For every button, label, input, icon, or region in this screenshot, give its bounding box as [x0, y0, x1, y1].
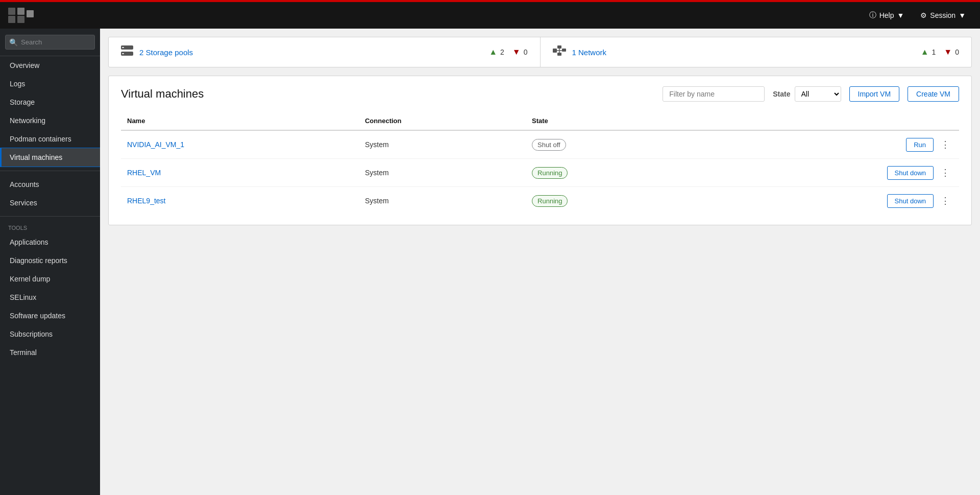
vm-action-button-0[interactable]: Run [906, 138, 934, 152]
sidebar-search-area: 🔍 [0, 29, 100, 56]
sidebar-item-virtual-machines[interactable]: Virtual machines [0, 148, 100, 167]
vm-connection-2: System [359, 187, 526, 215]
network-up-arrow-icon: ▲ [921, 48, 929, 57]
sidebar-item-logs[interactable]: Logs [0, 75, 100, 93]
col-name: Name [121, 112, 359, 130]
vm-state-badge-2: Running [532, 195, 568, 207]
sidebar-divider-2 [0, 216, 100, 217]
storage-pools-up-stat: ▲ 2 [489, 48, 504, 57]
svg-rect-8 [122, 53, 124, 54]
sidebar-tools-heading: Tools [0, 221, 100, 233]
sidebar-item-services-label: Services [10, 199, 37, 207]
vm-name-link-0[interactable]: NVIDIA_AI_VM_1 [127, 140, 184, 149]
help-label: Help [879, 11, 894, 19]
col-actions [691, 112, 959, 130]
sidebar-item-overview-label: Overview [10, 61, 39, 69]
vm-filter-input[interactable] [663, 86, 765, 102]
col-connection: Connection [359, 112, 526, 130]
network-down-stat: ▼ 0 [944, 48, 959, 57]
network-card[interactable]: 1 Network ▲ 1 ▼ 0 [541, 37, 972, 67]
sidebar-item-applications[interactable]: Applications [0, 233, 100, 251]
sidebar-divider-1 [0, 171, 100, 171]
vm-state-filter: State All Running Shut off [773, 86, 841, 102]
sidebar-item-selinux-label: SELinux [10, 293, 36, 301]
down-arrow-icon: ▼ [512, 48, 521, 57]
svg-rect-12 [557, 53, 561, 56]
sidebar-item-storage-label: Storage [10, 98, 35, 106]
storage-pools-down-count: 0 [524, 48, 528, 56]
storage-pools-stats: ▲ 2 ▼ 0 [489, 48, 527, 57]
vm-actions-0: Run ⋮ [691, 130, 959, 159]
logo-squares [8, 8, 34, 23]
sidebar-item-podman-containers[interactable]: Podman containers [0, 130, 100, 148]
sidebar-item-kernel-label: Kernel dump [10, 275, 50, 283]
vm-state-select[interactable]: All Running Shut off [795, 86, 841, 102]
svg-rect-0 [8, 8, 15, 15]
up-arrow-icon: ▲ [489, 48, 497, 57]
session-gear-icon: ⚙ [920, 11, 927, 19]
topbar-right: ⓘ Help ▼ ⚙ Session ▼ [863, 8, 972, 23]
vm-kebab-button-2[interactable]: ⋮ [938, 193, 953, 208]
sidebar-item-terminal-label: Terminal [10, 348, 37, 357]
sidebar-item-storage[interactable]: Storage [0, 93, 100, 111]
vm-kebab-button-0[interactable]: ⋮ [938, 137, 953, 152]
sidebar-item-diagnostic-reports[interactable]: Diagnostic reports [0, 251, 100, 270]
search-input[interactable] [5, 35, 95, 50]
summary-row: 2 Storage pools ▲ 2 ▼ 0 [108, 37, 972, 67]
vm-state-2: Running [526, 187, 691, 215]
network-up-stat: ▲ 1 [921, 48, 936, 57]
sidebar-item-subscriptions-label: Subscriptions [10, 330, 53, 338]
create-vm-button[interactable]: Create VM [908, 86, 959, 102]
sidebar-item-vm-label: Virtual machines [10, 153, 62, 161]
content-area: 2 Storage pools ▲ 2 ▼ 0 [100, 29, 980, 495]
help-chevron-icon: ▼ [897, 11, 904, 19]
sidebar-item-accounts[interactable]: Accounts [0, 175, 100, 194]
session-label: Session [930, 11, 955, 19]
sidebar-item-networking-label: Networking [10, 116, 45, 125]
vm-table-head: Name Connection State [121, 112, 959, 130]
svg-rect-3 [17, 16, 24, 23]
help-icon: ⓘ [869, 11, 876, 20]
import-vm-button[interactable]: Import VM [849, 86, 900, 102]
vm-state-badge-1: Running [532, 167, 568, 179]
vm-state-badge-0: Shut off [532, 139, 566, 151]
network-icon [553, 45, 566, 59]
sidebar-item-subscriptions[interactable]: Subscriptions [0, 325, 100, 343]
vm-kebab-button-1[interactable]: ⋮ [938, 165, 953, 180]
sidebar-item-services[interactable]: Services [0, 194, 100, 212]
sidebar-item-logs-label: Logs [10, 80, 25, 88]
sidebar-item-terminal[interactable]: Terminal [0, 343, 100, 362]
sidebar-item-overview[interactable]: Overview [0, 56, 100, 75]
network-down-count: 0 [955, 48, 959, 56]
table-row: NVIDIA_AI_VM_1SystemShut off Run ⋮ [121, 130, 959, 159]
vm-action-button-1[interactable]: Shut down [887, 166, 934, 180]
table-row: RHEL_VMSystemRunning Shut down ⋮ [121, 159, 959, 187]
vm-table-body: NVIDIA_AI_VM_1SystemShut off Run ⋮ RHEL_… [121, 130, 959, 215]
sidebar-item-selinux[interactable]: SELinux [0, 288, 100, 307]
vm-name-link-1[interactable]: RHEL_VM [127, 169, 161, 177]
svg-rect-10 [562, 49, 566, 52]
vm-name-link-2[interactable]: RHEL9_test [127, 197, 165, 205]
sidebar-item-kernel-dump[interactable]: Kernel dump [0, 270, 100, 288]
vm-state-0: Shut off [526, 130, 691, 159]
vm-actions-2: Shut down ⋮ [691, 187, 959, 215]
table-row: RHEL9_testSystemRunning Shut down ⋮ [121, 187, 959, 215]
network-label: 1 Network [572, 48, 607, 57]
vm-table: Name Connection State NVIDIA_AI_VM_1Syst… [121, 112, 959, 215]
app-logo [8, 8, 34, 23]
sidebar-item-networking[interactable]: Networking [0, 111, 100, 130]
search-icon: 🔍 [9, 38, 18, 46]
session-button[interactable]: ⚙ Session ▼ [914, 8, 972, 22]
col-state: State [526, 112, 691, 130]
network-up-count: 1 [932, 48, 936, 56]
network-down-arrow-icon: ▼ [944, 48, 952, 57]
sidebar-item-applications-label: Applications [10, 238, 48, 246]
vm-action-button-2[interactable]: Shut down [887, 194, 934, 208]
sidebar: 🔍 Overview Logs Storage Networking Podma… [0, 29, 100, 495]
svg-rect-2 [17, 8, 24, 15]
storage-pools-card[interactable]: 2 Storage pools ▲ 2 ▼ 0 [109, 37, 541, 67]
storage-pools-icon [121, 45, 133, 59]
help-button[interactable]: ⓘ Help ▼ [863, 8, 911, 23]
sidebar-item-software-updates[interactable]: Software updates [0, 307, 100, 325]
svg-rect-9 [553, 49, 557, 53]
